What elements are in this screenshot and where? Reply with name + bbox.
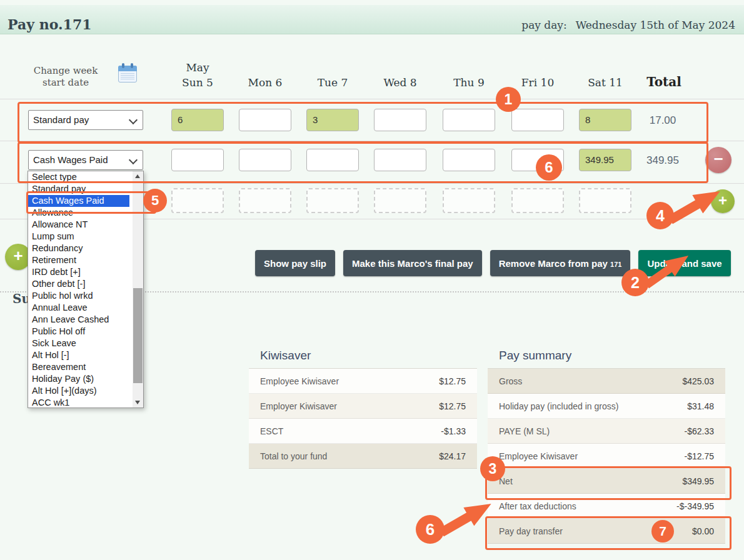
add-row-button[interactable]: + [711,189,735,213]
dropdown-option[interactable]: IRD debt [+] [28,266,129,278]
pay-day-text: pay day:Wednesday 15th of May 2024 [521,19,735,31]
kiwisaver-panel: KiwisaverEmployee Kiwisaver$12.75Employe… [249,345,477,469]
summary-row-value: $349.95 [682,476,714,486]
dropdown-option[interactable]: Sick Leave [28,338,129,349]
dropdown-option[interactable]: Bereavement [28,361,129,373]
summary-row-label: Pay day transfer [499,526,563,536]
dropdown-option[interactable]: Other debt [-] [28,278,129,290]
kiwisaver-title: Kiwisaver [249,345,477,369]
summary-row: After tax deductions-$-349.95 [488,494,725,519]
dropdown-option[interactable]: Select type [28,171,129,183]
day-input-mon[interactable] [239,149,291,171]
remove-row-button[interactable]: − [705,147,731,173]
empty-day-cell-sat [579,188,631,213]
summary-row: Employee Kiwisaver-$12.75 [488,444,725,469]
dropdown-option[interactable]: Standard pay [28,183,129,195]
annotation-badge-4: 4 [646,202,674,229]
empty-day-cell-mon [239,188,291,213]
summary-row-label: Employer Kiwisaver [260,401,337,411]
summary-row: Gross$425.03 [488,369,725,394]
day-input-mon[interactable] [239,109,291,131]
change-week-label-line2: start date [19,77,113,88]
summary-row-label: Total to your fund [260,451,327,461]
pay-editor-page: Pay no.171 pay day:Wednesday 15th of May… [0,0,744,560]
day-input-sun[interactable]: 6 [171,109,224,131]
summary-row-value: $0.00 [692,526,714,536]
dropdown-option[interactable]: Holiday Pay ($) [28,373,129,385]
summary-row: PAYE (M SL)-$62.33 [488,419,725,444]
day-input-thu[interactable] [443,109,495,131]
final-pay-button[interactable]: Make this Marco's final pay [343,250,482,276]
empty-day-cell-tue [306,188,359,213]
remove-from-pay-button[interactable]: Remove Marco from pay 171 [490,250,631,276]
pay-type-select[interactable]: Cash Wages Paid [28,150,143,170]
summary-row-label: Gross [499,376,522,386]
day-header-mon: Mon 6 [235,76,295,89]
annotation-badge-6: 6 [416,515,445,544]
show-pay-slip-button[interactable]: Show pay slip [255,250,335,276]
dropdown-scrollbar [133,171,143,408]
day-input-tue[interactable] [306,149,359,171]
dropdown-option[interactable]: Allowance [28,207,129,219]
summary-row: ESCT-$1.33 [249,419,477,444]
summary-row-value: $31.48 [687,401,714,411]
summary-row: Employer Kiwisaver$12.75 [249,394,477,419]
calendar-icon-ring [122,63,124,68]
update-and-save-button[interactable]: Update and save [638,250,730,276]
summary-row: Total to your fund$24.17 [249,444,477,469]
dropdown-option[interactable]: Allowance NT [28,219,129,231]
pay-type-select[interactable]: Standard pay [28,110,143,130]
empty-day-cell-wed [374,188,426,213]
scroll-up-button[interactable] [133,171,143,181]
chevron-down-icon [129,116,138,124]
summary-row: Pay day transfer$0.00 [488,519,725,544]
dropdown-option[interactable]: Public Hol off [28,326,129,338]
divider [0,141,744,141]
pay-type-dropdown-list: Select typeStandard payCash Wages PaidAl… [28,171,144,408]
dropdown-scrollbar-thumb[interactable] [133,288,143,383]
day-header-fri: Fri 10 [508,76,568,89]
dropdown-option[interactable]: Alt Hol [-] [28,349,129,361]
day-input-wed[interactable] [374,109,426,131]
dropdown-option[interactable]: Retirement [28,254,129,266]
dropdown-option[interactable]: Annual Leave [28,302,129,314]
empty-day-cell-fri [511,188,564,213]
day-input-thu[interactable] [443,149,495,171]
summary-row-label: PAYE (M SL) [499,426,550,436]
dropdown-option[interactable]: Public hol wrkd [28,290,129,302]
page-title: Pay no.171 [8,16,92,32]
divider [0,99,744,99]
calendar-icon-top [118,66,137,71]
calendar-icon[interactable] [118,63,137,82]
day-input-fri[interactable] [511,149,564,171]
day-input-tue[interactable]: 3 [306,109,359,131]
empty-day-cell-thu [443,188,495,213]
day-input-wed[interactable] [374,149,426,171]
calendar-icon-ring [131,63,133,68]
scroll-down-button[interactable] [133,398,143,408]
summary-row-label: Employee Kiwisaver [260,376,339,386]
day-header-sun: Sun 5 [168,76,228,89]
empty-day-cell-sun [171,188,224,213]
scroll-down-icon [135,401,140,404]
summary-row: Holiday pay (included in gross)$31.48 [488,394,725,419]
dropdown-option[interactable]: Redundancy [28,242,129,254]
summary-row-label: Holiday pay (included in gross) [499,401,618,411]
pay-number-suffix: 171 [610,261,621,268]
action-buttons: Show pay slipMake this Marco's final pay… [255,250,731,276]
day-input-fri[interactable] [511,109,564,131]
dropdown-option[interactable]: Alt Hol [+](days) [28,385,129,397]
dropdown-option[interactable]: Cash Wages Paid [28,195,129,207]
total-column-header: Total [625,74,703,89]
chevron-down-icon [129,156,138,164]
change-week-label-line1: Change week [19,65,113,76]
row-total: 17.00 [624,114,701,127]
annotation-badge-1: 1 [496,87,521,112]
dropdown-option[interactable]: Ann Leave Cashed [28,314,129,326]
day-input-sun[interactable] [171,149,224,171]
dropdown-option[interactable]: Lump sum [28,231,129,242]
day-header-wed: Wed 8 [370,76,430,89]
dropdown-option[interactable]: ACC wk1 [28,397,129,409]
summary-row-value: $12.75 [439,376,466,386]
summary-row: Employee Kiwisaver$12.75 [249,369,477,394]
